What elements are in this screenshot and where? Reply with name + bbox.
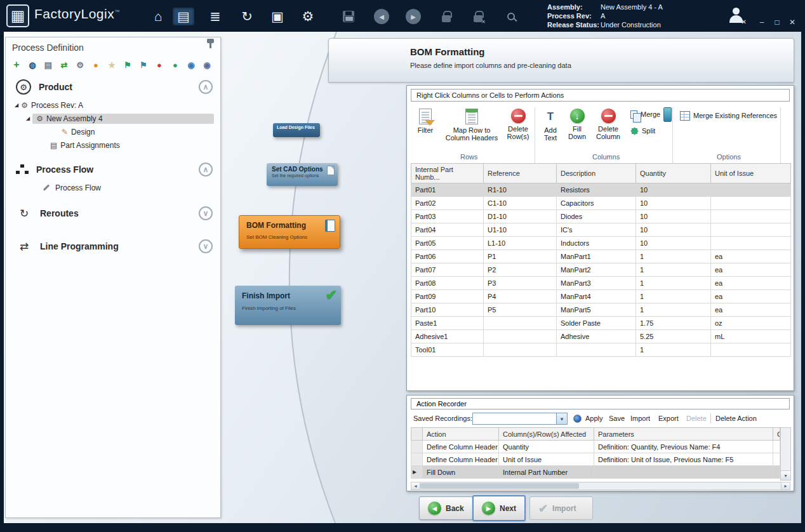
export-recording-button[interactable]: Export: [658, 415, 679, 422]
notebook-icon[interactable]: [663, 107, 672, 122]
merge-button[interactable]: Merge: [630, 107, 660, 121]
delete-rows-button[interactable]: Delete Row(s): [503, 109, 533, 141]
pin-icon[interactable]: [210, 43, 211, 48]
tree-section-reroutes[interactable]: ↻ Reroutes ∨: [6, 202, 220, 225]
save-recording-button[interactable]: Save: [609, 415, 625, 422]
step-finish-import[interactable]: Finish Import Finish Importing of Files …: [235, 286, 341, 325]
add-text-button[interactable]: T Add Text: [538, 109, 563, 142]
bom-column-header[interactable]: Description: [557, 164, 636, 183]
delete-recording-button[interactable]: Delete: [686, 415, 707, 422]
batch-icon[interactable]: ≣: [204, 8, 226, 25]
minimize-button[interactable]: –: [755, 17, 768, 28]
process-definition-icon[interactable]: ▤: [173, 8, 194, 25]
bom-table-row[interactable]: Part10 P5 ManPart5 1 ea: [411, 303, 791, 317]
import-recording-button[interactable]: Import: [630, 415, 650, 422]
unlock-icon[interactable]: [467, 8, 489, 25]
filter-button[interactable]: Filter: [411, 109, 440, 134]
step-set-cad-options[interactable]: Set CAD Options Set the required options: [267, 163, 338, 186]
bom-table-row[interactable]: Part07 P2 ManPart2 1 ea: [411, 263, 791, 277]
recorder-column-header[interactable]: Parameters: [594, 428, 773, 441]
tree-section-product[interactable]: ⚙ Product ∧: [6, 76, 220, 98]
bom-table-row[interactable]: Tool01 1: [411, 343, 791, 357]
close-button[interactable]: ✕: [786, 17, 799, 28]
expand-down-icon[interactable]: ∨: [199, 239, 213, 253]
sidebar-tool-icon[interactable]: ⇄: [58, 59, 70, 70]
next-button[interactable]: ▶ Next: [472, 495, 526, 521]
vertical-scrollbar[interactable]: ▾: [780, 427, 791, 481]
recorder-column-header[interactable]: C: [773, 428, 780, 441]
import-button[interactable]: ✔ Import: [529, 496, 593, 520]
sidebar-tool-icon[interactable]: ●: [170, 59, 181, 70]
selected-highlight[interactable]: ⚙ New Assembly 4: [32, 114, 214, 124]
bom-table-row[interactable]: Part06 P1 ManPart1 1 ea: [411, 250, 791, 263]
tree-item-design[interactable]: ✎ Design: [6, 125, 220, 138]
delete-column-button[interactable]: Delete Column: [591, 109, 625, 141]
sidebar-tool-icon[interactable]: ★: [106, 59, 117, 70]
bom-table-row[interactable]: Part03 D1-10 Diodes 10: [411, 210, 791, 223]
bom-table-row[interactable]: Adhesive1 Adhesive 5.25 mL: [411, 330, 791, 343]
sidebar-tool-icon[interactable]: ●: [90, 59, 102, 70]
scrollbar-thumb[interactable]: [420, 483, 579, 489]
recorder-column-header[interactable]: Column(s)/Row(s) Affected: [499, 428, 594, 441]
bom-column-header[interactable]: Quantity: [636, 164, 711, 183]
sync-icon[interactable]: ↻: [236, 8, 258, 25]
map-row-button[interactable]: Map Row to Column Headers: [441, 109, 502, 142]
scroll-left-icon[interactable]: ◂: [411, 482, 420, 489]
tree-item-part-assignments[interactable]: ▤ Part Assignments: [6, 138, 220, 152]
apply-radio[interactable]: [573, 415, 582, 423]
split-button[interactable]: Split: [630, 124, 655, 138]
bom-column-header[interactable]: Unit of Issue: [711, 164, 791, 183]
recorder-table-row[interactable]: Define Column Header Quantity Definition…: [411, 441, 780, 453]
settings-gear-icon[interactable]: ⚙: [297, 8, 319, 25]
bom-column-header[interactable]: Reference: [484, 164, 557, 183]
tree-item-process-flow[interactable]: Process Flow: [6, 181, 220, 194]
collapse-up-icon[interactable]: ∧: [199, 163, 213, 176]
back-nav-icon[interactable]: ◀: [371, 8, 392, 25]
bom-table-row[interactable]: Part05 L1-10 Inductors 10: [411, 237, 791, 250]
bom-table-row[interactable]: Part08 P3 ManPart3 1 ea: [411, 277, 791, 290]
logout-user-icon[interactable]: ✕: [728, 8, 745, 24]
sidebar-tool-icon[interactable]: ⚙: [74, 59, 86, 70]
recorder-table-row[interactable]: Define Column Header Unit of Issue Defin…: [411, 453, 780, 466]
bom-table-row[interactable]: Part02 C1-10 Capacitors 10: [411, 197, 791, 210]
sidebar-tool-icon[interactable]: ◉: [185, 59, 197, 70]
documents-icon[interactable]: ▣: [267, 8, 288, 25]
expander-icon[interactable]: ◢: [26, 116, 30, 121]
horizontal-scrollbar[interactable]: ◂ ▸: [411, 482, 790, 490]
apply-label[interactable]: Apply: [585, 415, 603, 422]
bom-column-header[interactable]: Internal Part Numb...: [411, 164, 484, 183]
scroll-right-icon[interactable]: ▸: [781, 482, 790, 489]
recorder-column-header[interactable]: Action: [423, 428, 499, 441]
step-bom-formatting[interactable]: BOM Formatting Set BOM Cleaning Options: [239, 215, 340, 249]
scroll-down-icon[interactable]: ▾: [781, 470, 790, 480]
bom-table-row[interactable]: Paste1 Solder Paste 1.75 oz: [411, 317, 791, 330]
maximize-button[interactable]: □: [771, 17, 783, 28]
tree-section-line-programming[interactable]: ⇄ Line Programming ∨: [6, 235, 220, 258]
merge-existing-references-button[interactable]: Merge Existing References: [680, 109, 777, 123]
sidebar-tool-icon[interactable]: ⚑: [138, 59, 149, 70]
bom-table-row[interactable]: Part09 P4 ManPart4 1 ea: [411, 290, 791, 303]
lock-icon[interactable]: [436, 8, 457, 25]
save-icon[interactable]: [338, 8, 359, 25]
bom-table-row[interactable]: Part01 R1-10 Resistors 10: [411, 183, 791, 197]
sidebar-tool-icon[interactable]: ◍: [27, 59, 38, 70]
saved-recordings-dropdown[interactable]: ▾: [472, 413, 568, 425]
sidebar-tool-icon[interactable]: +: [11, 59, 22, 70]
back-button[interactable]: ◀ Back: [419, 496, 473, 520]
forward-nav-icon[interactable]: ▶: [403, 8, 424, 25]
collapse-up-icon[interactable]: ∧: [199, 80, 213, 94]
sidebar-tool-icon[interactable]: ⚑: [122, 59, 133, 70]
sidebar-tool-icon[interactable]: ▤: [43, 59, 54, 70]
fill-down-button[interactable]: ↓ Fill Down: [564, 109, 590, 141]
bom-table-row[interactable]: Part04 U1-10 IC's 10: [411, 223, 791, 237]
step-load-design-files[interactable]: Load Design Files: [273, 123, 320, 137]
sidebar-tool-icon[interactable]: ◉: [201, 59, 213, 70]
tree-item-new-assembly[interactable]: ◢ ⚙ New Assembly 4: [6, 112, 220, 125]
sidebar-tool-icon[interactable]: ●: [154, 59, 165, 70]
home-icon[interactable]: ⌂: [147, 8, 169, 25]
tree-section-process-flow[interactable]: Process Flow ∧: [6, 158, 220, 181]
recorder-table-row[interactable]: ▶ Fill Down Internal Part Number: [411, 466, 780, 479]
tree-item-process-rev[interactable]: ◢ ⚙ Process Rev: A: [6, 98, 220, 112]
delete-action-button[interactable]: Delete Action: [715, 415, 757, 422]
chevron-down-icon[interactable]: ▾: [556, 413, 567, 424]
